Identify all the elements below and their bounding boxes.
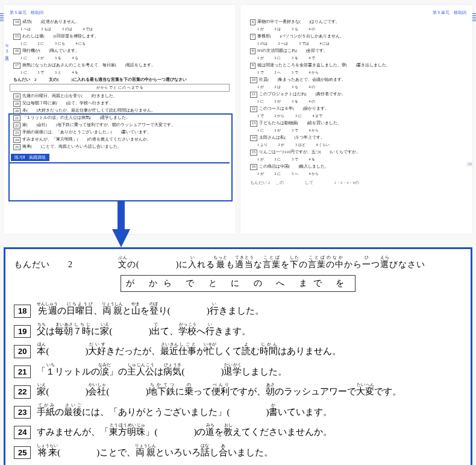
side-label: Ｎ３文法 xyxy=(4,41,10,54)
zoom-question: 20本ほん( )大好だいすきだったが、最近さいきん仕事しごとが忙いそがしくて読よ… xyxy=(14,342,462,358)
question-number: 8 xyxy=(250,48,255,54)
choice: 3 を xyxy=(55,55,61,61)
question-number: 25 xyxy=(13,144,20,150)
choice: 2 へは xyxy=(278,41,289,46)
question-line: 17病気になったおばあさんのことを考えて、毎日家( )電話をします。 xyxy=(13,63,230,69)
zoom-question: 25将来しょうらい( )ことで、両親りょうしんといろいろ話はなし合あいました。 xyxy=(14,443,462,460)
choice: 3 にも xyxy=(55,41,65,46)
choice: 3 を xyxy=(292,99,298,104)
choice: 2 が xyxy=(38,55,45,61)
left-header: 第５単元 格助詞 xyxy=(10,10,230,16)
question-number: 24 xyxy=(13,137,20,143)
choice: 2 が xyxy=(275,128,281,133)
choice: 4 を xyxy=(72,70,79,75)
right-header: 第５単元 格助詞 xyxy=(246,10,466,16)
question-number: 15 xyxy=(13,34,20,40)
choice: 3 も xyxy=(292,27,298,32)
question-line: 19父は毎朝７時に家( )出て、学校へ行きます。 xyxy=(13,101,230,107)
question-line: 9彼は間違ったところを全部書き直しました。寮( )書き出しました。 xyxy=(250,63,466,69)
choice: 1 で xyxy=(257,70,264,75)
question-line: 11このプロジェクトはだれ( )責任者ですか。 xyxy=(250,92,466,98)
question-line: 21「１リットルの涙」の主人公は病気( )退学しました。 xyxy=(13,115,230,121)
question-number: 23 xyxy=(13,130,20,136)
page-number: 43 xyxy=(466,162,472,166)
options-small: が から で と に の へ まで を xyxy=(10,84,230,92)
choices-row: 1 が2 に3 を4 で xyxy=(257,55,466,61)
question-line: 18先週の日曜日、両親と山を登り( )行きました。 xyxy=(13,93,230,100)
choices-row: 1 が2 に3 で4 を xyxy=(257,157,466,162)
question-number: 18 xyxy=(13,93,20,100)
choice: 3 を xyxy=(292,55,298,61)
choice: 3 で xyxy=(292,157,298,162)
choice: 1 が xyxy=(257,157,264,162)
zoom-number: 25 xyxy=(14,446,31,460)
choice: 4 には xyxy=(320,41,330,46)
left-page: 第５単元 格助詞 Ｎ３文法 14成功( )近道がありません。1 へは2 もは3 … xyxy=(4,5,236,234)
zoom-number: 20 xyxy=(14,345,31,358)
choice: 1 が xyxy=(257,55,264,61)
choices-row: 1 に2 で3 と4 を xyxy=(20,70,230,75)
choice: 4 から xyxy=(309,128,319,133)
choice: 2 が xyxy=(275,99,281,104)
question-number: 22 xyxy=(13,122,20,128)
choice: 3 と xyxy=(55,70,61,75)
question-line: 22家( )会社( )地下鉄に乗って便利ですが、朝のラッシュアワーで大変です。 xyxy=(13,122,230,128)
zoom-question: 23手紙てがみの最後さいごには、「ありがとうございました」( )書かいています。 xyxy=(14,403,462,419)
zoom-number: 21 xyxy=(14,365,31,379)
choice: 3 で xyxy=(292,128,298,133)
options-box: が から で と に の へ まで を xyxy=(121,275,355,292)
choices-row: 1 に2 が3 を4 の xyxy=(257,99,466,104)
choice: 2 は xyxy=(275,27,281,32)
question-number: 14 xyxy=(250,135,257,141)
zoom-number: 23 xyxy=(14,406,31,419)
question-line: 16この商品は中国( )輸入しました。 xyxy=(250,164,466,170)
choice: 2 に xyxy=(275,171,281,177)
zoom-question: 18先週せんしゅうの日曜日にちようび、両親りょうしんと山やまを登のぼり( )行い… xyxy=(14,302,462,318)
zoom-instruction: もんだい 2 文ぶんの( )に入いれる最もっとも適当てきとうな言葉ことばを下した… xyxy=(14,255,462,270)
zoom-question: 22家いえ( )会社かいしゃ( )地下鉄ちかてつに乗のって便利べんりですが、朝あ… xyxy=(14,382,462,399)
choice: 4 くらい xyxy=(316,142,330,148)
choices-row: 1 が2 は3 も4 の xyxy=(257,27,466,32)
zoom-question: 21「１いちリットルの涙なみだ」の主人公しゅじんこうは病気びょうき( )退学たい… xyxy=(14,362,462,379)
choice: 4 では xyxy=(83,27,93,32)
question-number: 11 xyxy=(250,92,257,98)
choice: 2 は xyxy=(275,84,281,90)
question-line: 24すみませんが、「東方明珠」( )の道を教えてくださいませんか。 xyxy=(13,137,230,143)
question-number: 13 xyxy=(250,121,257,127)
choice: 2 が xyxy=(278,142,285,148)
question-number: 21 xyxy=(13,115,20,121)
choice: 1 が xyxy=(257,27,264,32)
choice: 1 へは xyxy=(20,27,31,32)
choice: 1 に xyxy=(257,128,264,133)
question-line: 13子どもたちは動物園( )絵を買いました。 xyxy=(250,121,466,127)
question-line: 16飛行機が( )飛んでいます。 xyxy=(13,48,230,54)
zoom-number: 22 xyxy=(14,385,31,399)
question-number: 16 xyxy=(13,48,20,54)
choices-row: 1 のは2 へは3 では4 には xyxy=(257,41,466,46)
question-line: 20本( )大好きだったが、最近仕事が忙しくて読む時間はありません。 xyxy=(13,108,230,114)
zoom-arrow-icon xyxy=(112,200,130,247)
section2-head: もんだい 2 文の( )に入れる最も適当な言葉を下の言葉の中から一つ選びなさい xyxy=(13,77,230,82)
choice: 4 を xyxy=(309,157,316,162)
choices-row: 1 が2 に3 へ4 から xyxy=(257,171,466,177)
question-number: 12 xyxy=(250,106,257,112)
choices-row: 1 に2 が3 を4 も xyxy=(20,55,230,61)
choice: 4 にも xyxy=(76,41,86,46)
choice: 1 に xyxy=(20,70,27,75)
choices-row: 1 に2 が3 で4 から xyxy=(257,128,466,133)
zoom-number: 24 xyxy=(14,426,31,439)
choice: 1 のは xyxy=(257,41,268,46)
question-line: 7事務所( )パソコンが５台しかありません。 xyxy=(250,34,466,40)
choice: 4 の xyxy=(309,84,316,90)
choice: 2 へ xyxy=(275,70,281,75)
question-number: 19 xyxy=(13,101,20,107)
choice: 4 から xyxy=(309,171,319,177)
choice: 4 も xyxy=(72,55,79,61)
book-spread: 第５単元 格助詞 Ｎ３文法 14成功( )近道がありません。1 へは2 もは3 … xyxy=(0,0,476,234)
zoom-number: 18 xyxy=(14,305,31,318)
question-line: 15わたしは週( )2回部屋を掃除します。 xyxy=(13,34,230,40)
choice: 1 より xyxy=(257,142,268,148)
right-page: 第５単元 格助詞 6果物の中で一番好きな( )はりんごです。1 が2 は3 も4… xyxy=(240,5,472,234)
question-number: 9 xyxy=(250,63,255,69)
practice-heading: 练习Ⅱ 实战训练 xyxy=(10,153,230,163)
